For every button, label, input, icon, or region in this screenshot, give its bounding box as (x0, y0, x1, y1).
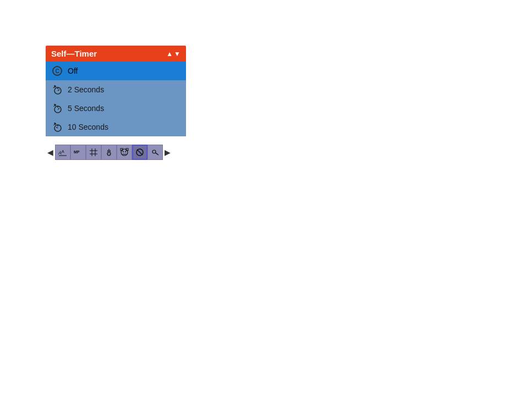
svg-line-16 (56, 127, 58, 128)
self-timer-menu: Self―Timer ▲ ▼ C Off (46, 46, 186, 136)
svg-line-39 (157, 153, 157, 154)
grid-icon (89, 147, 99, 157)
no-flash-icon (135, 147, 145, 157)
menu-item-5sec[interactable]: 5 Seconds (46, 99, 186, 118)
toolbar-item-auto[interactable]: A A (55, 145, 70, 160)
svg-rect-29 (107, 152, 111, 156)
header-arrows[interactable]: ▲ ▼ (166, 50, 181, 58)
menu-item-2sec[interactable]: 2 Seconds (46, 80, 186, 99)
face-icon (119, 147, 129, 157)
timer-2-icon (51, 84, 63, 96)
arrow-down[interactable]: ▼ (174, 50, 181, 58)
menu-body: C Off 2 Seconds (46, 62, 186, 136)
svg-line-19 (53, 124, 54, 125)
toolbar-item-face[interactable] (117, 145, 132, 160)
5sec-label: 5 Seconds (68, 104, 104, 113)
toolbar-item-hand[interactable] (101, 145, 117, 160)
svg-line-36 (137, 150, 143, 155)
svg-line-5 (53, 87, 54, 88)
hand-icon (104, 147, 114, 157)
svg-point-31 (123, 151, 124, 152)
mp-icon: MP (73, 147, 83, 157)
svg-line-13 (56, 104, 56, 106)
toolbar: ◀ A A MP (46, 145, 172, 160)
svg-line-6 (56, 86, 56, 87)
toolbar-item-key[interactable] (147, 145, 163, 160)
toolbar-item-mp[interactable]: MP (70, 145, 86, 160)
svg-text:A: A (58, 150, 62, 156)
2sec-label: 2 Seconds (68, 85, 104, 94)
svg-text:MP: MP (74, 150, 80, 154)
key-icon (150, 147, 160, 157)
menu-item-off[interactable]: C Off (46, 62, 186, 80)
svg-line-12 (53, 106, 54, 107)
toolbar-item-grid[interactable] (86, 145, 101, 160)
toolbar-item-no-flash[interactable] (132, 145, 147, 160)
timer-5-icon (51, 102, 63, 114)
svg-point-37 (152, 150, 156, 153)
svg-line-2 (58, 90, 59, 91)
menu-title: Self―Timer (51, 49, 97, 58)
svg-line-9 (58, 108, 59, 109)
auto-icon: A A (58, 147, 68, 157)
toolbar-left-arrow[interactable]: ◀ (46, 148, 55, 157)
menu-item-10sec[interactable]: 10 Seconds (46, 118, 186, 136)
svg-line-20 (56, 123, 56, 124)
toolbar-right-arrow[interactable]: ▶ (163, 148, 172, 157)
off-label: Off (68, 67, 78, 75)
menu-header: Self―Timer ▲ ▼ (46, 46, 186, 62)
arrow-up[interactable]: ▲ (166, 50, 173, 58)
timer-10-icon (51, 121, 63, 133)
10sec-label: 10 Seconds (68, 123, 108, 131)
off-icon: C (51, 65, 63, 77)
svg-point-32 (125, 151, 126, 152)
svg-text:A: A (62, 150, 64, 153)
